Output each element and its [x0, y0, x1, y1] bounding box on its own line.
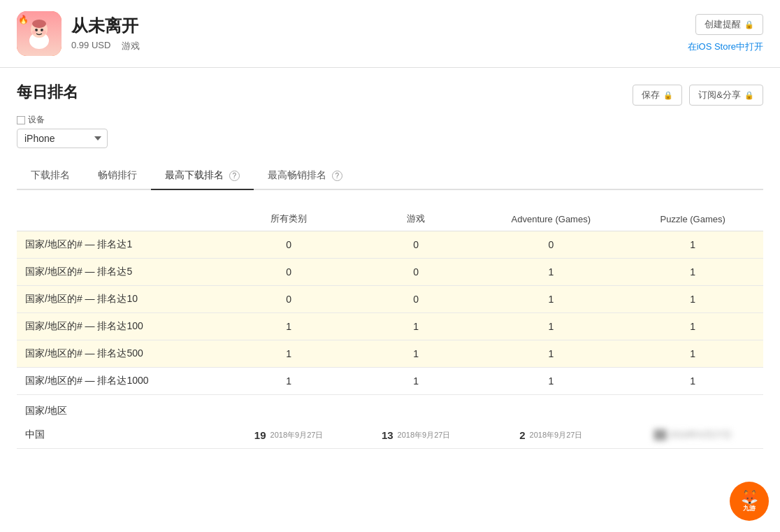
device-select[interactable]: iPhone iPad [17, 129, 108, 148]
device-label: 设备 [17, 114, 763, 126]
col-header-game: 游戏 [352, 207, 479, 231]
row-label: 国家/地区的# — 排名达5 [17, 259, 225, 286]
row-value: 1 [622, 368, 763, 395]
col-header-label [17, 207, 225, 231]
tabs: 下载排名 畅销排行 最高下载排名 ? 最高畅销排名 ? [17, 162, 763, 190]
row-label: 国家/地区的# — 排名达10 [17, 286, 225, 313]
china-cell: ██ 2018年9月27日 [622, 422, 763, 449]
row-value: 0 [352, 286, 479, 313]
app-header: 🔥 从未离开 0.99 USD 游戏 [0, 0, 780, 68]
app-info: 🔥 从未离开 0.99 USD 游戏 [17, 11, 140, 56]
table-row: 国家/地区的# — 排名达10001 [17, 231, 763, 259]
table-row: 国家/地区的# — 排名达10001111 [17, 368, 763, 395]
table-row: 国家/地区的# — 排名达50011 [17, 259, 763, 286]
title-actions: 保存 订阅&分享 [633, 85, 763, 106]
row-value: 0 [225, 286, 352, 313]
rank-date: 2018年9月27日 [270, 430, 324, 440]
table-row: 国家/地区的# — 排名达100011 [17, 286, 763, 313]
app-icon: 🔥 [17, 11, 62, 56]
row-value: 1 [352, 368, 479, 395]
row-value: 1 [622, 340, 763, 368]
device-section: 设备 iPhone iPad [17, 114, 763, 148]
device-checkbox[interactable] [17, 116, 25, 124]
china-row: 中国192018年9月27日132018年9月27日22018年9月27日██ … [17, 422, 763, 449]
save-button[interactable]: 保存 [633, 85, 682, 106]
col-header-adventure: Adventure (Games) [479, 207, 622, 231]
row-value: 1 [352, 340, 479, 368]
row-value: 0 [225, 259, 352, 286]
rank-date: 2018年9月27日 [398, 430, 451, 440]
row-value: 1 [622, 286, 763, 313]
ranking-cell: 132018年9月27日 [382, 429, 451, 441]
row-value: 1 [622, 313, 763, 340]
ranking-table: 所有类别 游戏 Adventure (Games) Puzzle (Games)… [17, 207, 763, 449]
row-value: 1 [479, 313, 622, 340]
svg-point-7 [32, 30, 36, 34]
ranking-cell: 22018年9月27日 [519, 429, 582, 441]
table-row: 国家/地区的# — 排名达5001111 [17, 340, 763, 368]
page-title-row: 每日排名 保存 订阅&分享 [17, 82, 763, 114]
header-actions: 创建提醒 在iOS Store中打开 [688, 14, 763, 53]
top-bestseller-help-icon[interactable]: ? [332, 171, 342, 181]
table-row: 国家/地区的# — 排名达1001111 [17, 313, 763, 340]
rank-date: 2018年9月27日 [530, 430, 583, 440]
subscribe-button[interactable]: 订阅&分享 [689, 85, 763, 106]
row-value: 0 [479, 231, 622, 259]
svg-point-4 [32, 20, 46, 28]
rank-number: 19 [254, 429, 266, 441]
section-header-label: 国家/地区 [17, 395, 763, 422]
ios-store-link[interactable]: 在iOS Store中打开 [688, 41, 763, 53]
app-price: 0.99 USD [71, 40, 110, 52]
rank-number: 2 [519, 429, 525, 441]
tab-top-bestseller[interactable]: 最高畅销排名 ? [254, 162, 356, 190]
col-header-puzzle: Puzzle (Games) [622, 207, 763, 231]
page-title: 每日排名 [17, 82, 78, 103]
row-label: 国家/地区的# — 排名达100 [17, 313, 225, 340]
ranking-cell: 192018年9月27日 [254, 429, 324, 441]
china-cell: 132018年9月27日 [352, 422, 479, 449]
china-cell: 22018年9月27日 [479, 422, 622, 449]
create-alert-button[interactable]: 创建提醒 [695, 14, 763, 35]
app-name: 从未离开 [71, 15, 140, 37]
row-value: 1 [479, 286, 622, 313]
china-cell: 192018年9月27日 [225, 422, 352, 449]
row-value: 1 [352, 313, 479, 340]
row-value: 1 [479, 259, 622, 286]
tab-download[interactable]: 下载排名 [17, 162, 84, 190]
tab-top-download[interactable]: 最高下载排名 ? [151, 162, 254, 190]
app-details: 从未离开 0.99 USD 游戏 [71, 15, 140, 52]
rank-number: 13 [382, 429, 393, 441]
table-header-row: 所有类别 游戏 Adventure (Games) Puzzle (Games) [17, 207, 763, 231]
app-category: 游戏 [122, 40, 140, 52]
row-value: 1 [479, 368, 622, 395]
row-value: 0 [352, 231, 479, 259]
app-meta: 0.99 USD 游戏 [71, 40, 140, 52]
row-value: 1 [479, 340, 622, 368]
row-label: 国家/地区的# — 排名达1000 [17, 368, 225, 395]
svg-point-8 [42, 30, 46, 34]
row-value: 1 [225, 313, 352, 340]
row-value: 1 [622, 231, 763, 259]
top-download-help-icon[interactable]: ? [229, 171, 240, 181]
main-content: 每日排名 保存 订阅&分享 设备 iPhone iPad 下载排名 畅销排行 最… [0, 68, 780, 463]
row-value: 0 [225, 231, 352, 259]
blurred-rank: ██ 2018年9月27日 [653, 429, 732, 440]
row-label: 国家/地区的# — 排名达1 [17, 231, 225, 259]
section-header-row: 国家/地区 [17, 395, 763, 422]
row-value: 1 [225, 340, 352, 368]
china-label: 中国 [17, 422, 225, 449]
row-label: 国家/地区的# — 排名达500 [17, 340, 225, 368]
row-value: 1 [622, 259, 763, 286]
col-header-all: 所有类别 [225, 207, 352, 231]
row-value: 1 [225, 368, 352, 395]
tab-bestseller[interactable]: 畅销排行 [84, 162, 151, 190]
svg-text:🔥: 🔥 [18, 14, 29, 24]
row-value: 0 [352, 259, 479, 286]
